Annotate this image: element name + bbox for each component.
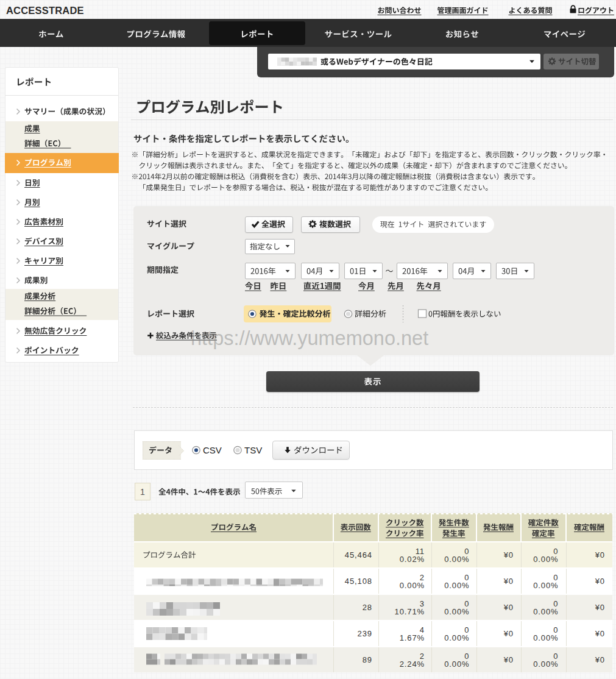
svg-text:ACCESSTRADE: ACCESSTRADE	[6, 5, 84, 16]
